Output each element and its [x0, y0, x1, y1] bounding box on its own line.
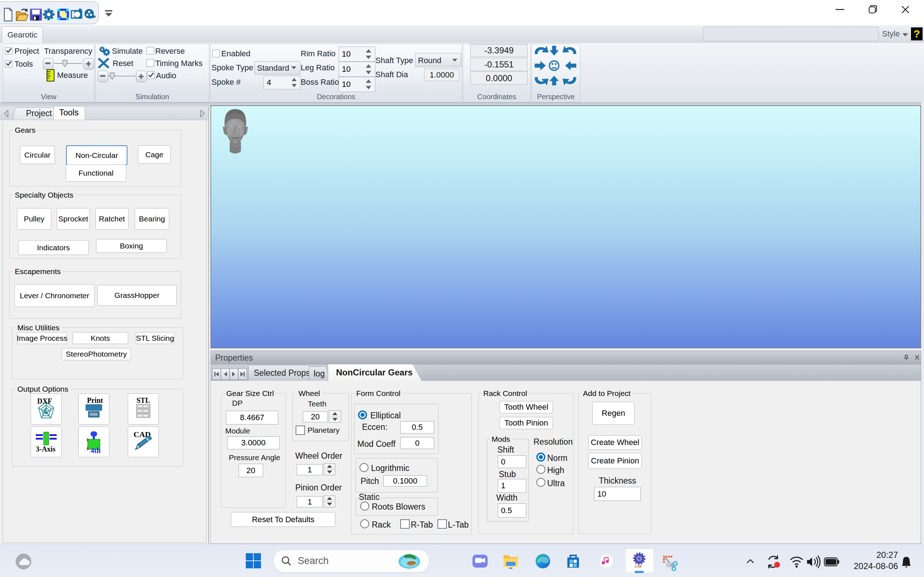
svg-text:3.98: 3.98 — [634, 564, 642, 568]
